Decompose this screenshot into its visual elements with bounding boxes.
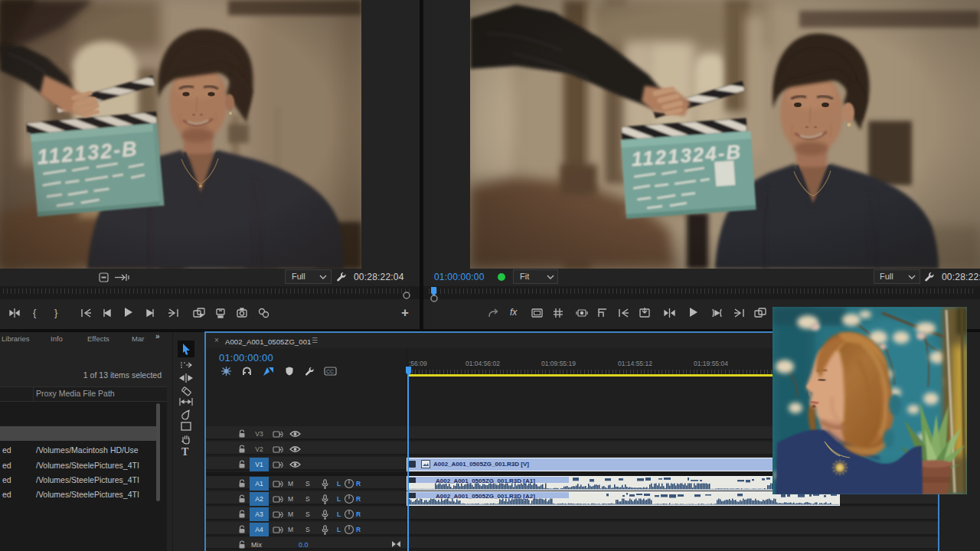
svg-text:A002_A001_0505ZG_001.R3D [A1]: A002_A001_0505ZG_001.R3D [A1]: [436, 478, 535, 484]
svg-text:CC: CC: [326, 369, 334, 374]
svg-text:A002_A001_0505ZG_001.R3D [A2]: A002_A001_0505ZG_001.R3D [A2]: [436, 493, 535, 500]
